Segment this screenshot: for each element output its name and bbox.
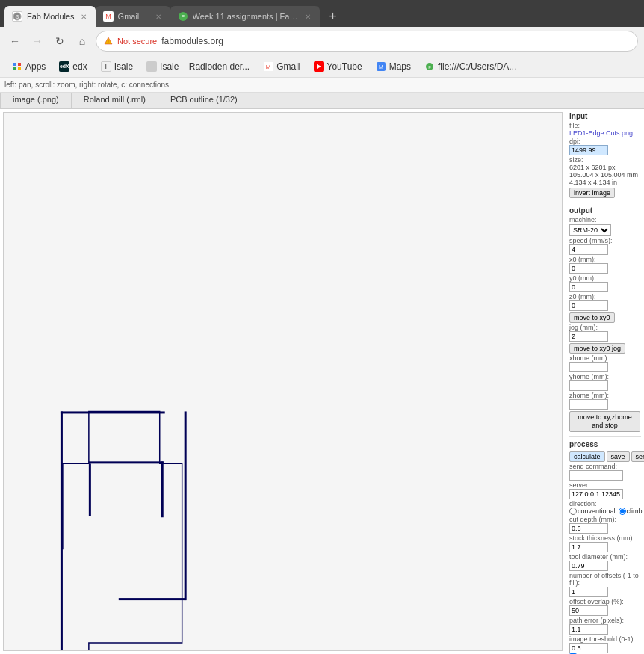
move-xy0-button[interactable]: move to xy0: [569, 312, 615, 323]
tab-title-fab: Fab Modules: [27, 12, 75, 21]
bookmark-edx[interactable]: edX edx: [53, 59, 93, 74]
size-label: size:: [569, 156, 641, 164]
xhome-input[interactable]: [569, 362, 608, 372]
svg-rect-23: [185, 411, 187, 600]
svg-rect-20: [61, 411, 165, 413]
climb-radio-label[interactable]: climb: [619, 508, 643, 515]
page-content: left: pan, scroll: zoom, right: rotate, …: [0, 78, 644, 654]
direction-radio-group: conventional climb: [569, 508, 641, 515]
server-input[interactable]: [569, 489, 623, 499]
url-text: fabmodules.org: [161, 36, 223, 46]
bookmark-maps[interactable]: M Maps: [370, 59, 417, 74]
yhome-input[interactable]: [569, 380, 608, 391]
move-home-button[interactable]: move to xy,zhome and stop: [569, 411, 640, 432]
tab-title-gmail: Gmail: [118, 12, 149, 21]
nav-bar: ← → ↻ ⌂ ! Not secure fabmodules.org: [0, 27, 644, 55]
home-button[interactable]: ⌂: [73, 32, 91, 50]
apps-icon: [12, 61, 22, 72]
x0-label: x0 (mm):: [569, 256, 641, 263]
forward-button[interactable]: →: [28, 32, 46, 50]
conventional-radio[interactable]: [569, 508, 577, 515]
tab-favicon-fab: ⚙: [12, 11, 22, 22]
tool-diameter-input[interactable]: [569, 561, 608, 571]
canvas-area[interactable]: [3, 112, 563, 651]
bookmark-isaie2[interactable]: — Isaie – Radioden der...: [140, 59, 256, 74]
process-section: process calculate save send send command…: [569, 440, 641, 654]
conventional-radio-label[interactable]: conventional: [569, 508, 616, 515]
hint-text: left: pan, scroll: zoom, right: rotate, …: [4, 81, 169, 89]
youtube-icon: ▶: [314, 61, 324, 72]
z0-input[interactable]: [569, 300, 608, 311]
input-section: input file: LED1-Edge.Cuts.png dpi: size…: [569, 112, 641, 198]
tab-roland[interactable]: Roland mill (.rml): [72, 93, 158, 108]
bookmark-file-label: file:///C:/Users/DA...: [438, 61, 516, 72]
new-tab-button[interactable]: +: [323, 6, 344, 27]
jog-label: jog (mm):: [569, 324, 641, 331]
x0-input[interactable]: [569, 263, 608, 274]
zhome-label: zhome (mm):: [569, 392, 641, 399]
isaie-icon: I: [101, 61, 111, 72]
svg-text:M: M: [266, 64, 271, 70]
svg-rect-8: [13, 63, 16, 66]
invert-image-button[interactable]: invert image: [569, 188, 615, 198]
tool-diameter-label: tool diameter (mm):: [569, 553, 641, 561]
maps-icon: M: [376, 61, 386, 72]
svg-text:M: M: [379, 64, 383, 70]
calculate-button[interactable]: calculate: [569, 451, 605, 462]
machine-select[interactable]: SRM-20: [569, 224, 611, 236]
address-bar[interactable]: ! Not secure fabmodules.org: [96, 31, 638, 52]
tab-fab-modules[interactable]: ⚙ Fab Modules ✕: [4, 6, 96, 27]
bookmark-youtube[interactable]: ▶ YouTube: [308, 59, 368, 74]
tab-close-fab[interactable]: ✕: [79, 11, 88, 22]
output-section: output machine: SRM-20 speed (mm/s): x0 …: [569, 206, 641, 432]
climb-radio[interactable]: [619, 508, 626, 515]
size-mm: 105.004 x 105.004 mm: [569, 171, 641, 179]
y0-input[interactable]: [569, 282, 608, 292]
cut-depth-input[interactable]: [569, 523, 608, 534]
process-title: process: [569, 440, 641, 448]
file-icon: F: [424, 61, 435, 72]
path-error-input[interactable]: [569, 624, 608, 635]
sub-tabs: image (.png) Roland mill (.rml) PCB outl…: [0, 93, 644, 109]
svg-rect-22: [119, 598, 186, 600]
image-threshold-label: image threshold (0-1):: [569, 635, 641, 643]
num-offsets-input[interactable]: [569, 587, 608, 597]
tab-week11[interactable]: F Week 11 assignments | Fabacade... ✕: [170, 6, 320, 27]
move-xy0-jog-button[interactable]: move to xy0 jog: [569, 343, 625, 354]
dpi-input[interactable]: [569, 145, 608, 155]
jog-input[interactable]: [569, 331, 608, 342]
tab-favicon-gmail: M: [103, 11, 114, 22]
bookmark-file[interactable]: F file:///C:/Users/DA...: [418, 59, 522, 74]
back-button[interactable]: ←: [6, 32, 24, 50]
tab-pcb[interactable]: PCB outline (1/32): [158, 93, 250, 108]
bookmark-gmail-label: Gmail: [276, 61, 300, 72]
tab-close-gmail[interactable]: ✕: [154, 11, 163, 22]
bookmark-gmail[interactable]: M Gmail: [257, 59, 306, 74]
bookmark-isaie-label: Isaie: [114, 61, 133, 72]
save-button[interactable]: save: [607, 451, 630, 462]
bookmark-apps-label: Apps: [25, 61, 46, 72]
svg-rect-10: [13, 67, 16, 70]
bookmark-apps[interactable]: Apps: [6, 59, 52, 74]
server-label: server:: [569, 481, 641, 489]
send-button[interactable]: send: [631, 451, 644, 462]
tab-image[interactable]: image (.png): [0, 93, 72, 108]
tab-gmail[interactable]: M Gmail ✕: [96, 6, 170, 27]
send-command-input[interactable]: [569, 470, 623, 481]
size-px: 6201 x 6201 px: [569, 164, 641, 171]
image-threshold-input[interactable]: [569, 643, 608, 653]
file-value: LED1-Edge.Cuts.png: [569, 129, 641, 137]
path-error-label: path error (pixels):: [569, 617, 641, 624]
stock-thickness-input[interactable]: [569, 542, 608, 552]
refresh-button[interactable]: ↻: [51, 32, 69, 50]
z0-label: z0 (mm):: [569, 293, 641, 300]
zhome-input[interactable]: [569, 399, 608, 410]
speed-input[interactable]: [569, 244, 608, 255]
offset-overlap-input[interactable]: [569, 605, 608, 616]
svg-text:!: !: [108, 39, 109, 44]
tab-close-week11[interactable]: ✕: [303, 11, 312, 22]
canvas-svg: [4, 113, 562, 650]
bookmark-isaie[interactable]: I Isaie: [95, 59, 139, 74]
send-command-label: send command:: [569, 463, 641, 470]
tab-favicon-week11: F: [178, 11, 188, 22]
